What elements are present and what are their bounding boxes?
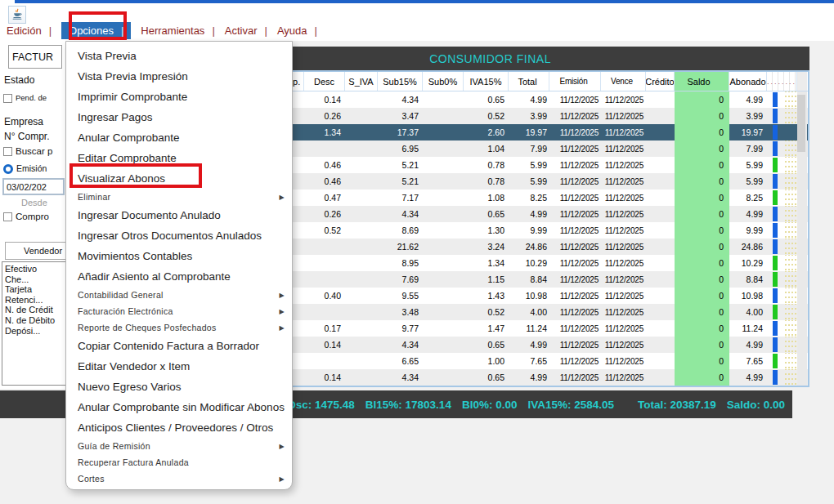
document-type-combo[interactable]: FACTUR (8, 45, 62, 69)
vendedor-label: Vendedor (24, 246, 62, 256)
cell-sub15: 7.69 (378, 271, 423, 288)
emision-label: Emisión (16, 163, 47, 173)
payment-indicator-bar (773, 337, 778, 352)
payment-method-deposi[interactable]: Depósi... (5, 326, 73, 337)
column-header-iva15[interactable]: IVA15% (464, 72, 509, 91)
cell-scroll-track (797, 190, 807, 206)
date-from-field[interactable]: 03/02/202 (2, 178, 65, 195)
compro-checkbox-row[interactable]: Compro (3, 212, 49, 221)
menu-item-anular-comprobante[interactable]: Anular Comprobante (66, 127, 292, 148)
cell-indicator (767, 190, 783, 206)
menu-item-anular-comprobante-sin-modificar-abonos[interactable]: Anular Comprobante sin Modificar Abonos (66, 397, 292, 417)
menu-item-facturacion-electronica[interactable]: Facturación Electrónica▶ (66, 303, 292, 319)
cell-credito (646, 369, 675, 386)
column-header-desc[interactable]: Desc (304, 72, 345, 91)
cell-s-iva (345, 140, 378, 157)
cell-desc: 0.52 (304, 222, 345, 239)
cell-indicator (767, 239, 783, 255)
pend-checkbox-row[interactable]: Pend. de (3, 93, 47, 103)
menu-item-ingresar-documento-anulado[interactable]: Ingresar Documento Anulado (66, 205, 292, 225)
buscar-checkbox-row[interactable]: Buscar p (3, 146, 52, 156)
column-header-vence[interactable]: Vence (601, 72, 646, 91)
status-total: Total: 20387.19 (638, 399, 716, 411)
column-header-emision[interactable]: Emisión (549, 72, 601, 91)
cell-dots (783, 173, 797, 190)
cell-sub0 (423, 304, 464, 320)
cell-s-iva (345, 91, 378, 108)
menu-item-ingresar-otros-documentos-anulados[interactable]: Ingresar Otros Documentos Anulados (66, 225, 292, 246)
cell-emision: 11/12/2025 (549, 255, 601, 271)
cell-saldo: 0 (675, 140, 729, 157)
column-header-s-iva[interactable]: S_IVA (345, 72, 378, 91)
payment-method-n-de-credit[interactable]: N. de Crédit (5, 305, 73, 315)
cell-indicator (767, 369, 783, 386)
payment-indicator-bar (773, 272, 778, 287)
cell-credito (646, 222, 675, 239)
menubar-item-activar[interactable]: Activar| (225, 25, 267, 37)
cell-iva15: 3.24 (464, 239, 509, 255)
column-header-[interactable]: ........ (767, 72, 797, 91)
cell-abonado: 3.99 (729, 108, 767, 124)
menu-item-anadir-asiento-al-comprobante[interactable]: Añadir Asiento al Comprobante (66, 266, 292, 287)
cell-indicator (767, 271, 783, 288)
menu-item-editar-vendedor-x-item[interactable]: Editar Vendedor x Item (66, 356, 292, 377)
menu-item-movimientos-contables[interactable]: Movimientos Contables (66, 246, 292, 266)
cell-sub0 (423, 222, 464, 239)
cell-dots (783, 337, 797, 353)
column-header-sub0[interactable]: Sub0% (423, 72, 464, 91)
cell-sub15: 8.95 (378, 255, 423, 271)
menu-item-vista-previa[interactable]: Vista Previa (66, 46, 292, 66)
column-header-abonado[interactable]: Abonado (729, 72, 767, 91)
cell-sub15: 9.55 (378, 288, 423, 304)
buscar-checkbox[interactable] (3, 147, 12, 156)
payment-method-che[interactable]: Che... (5, 274, 73, 285)
menu-item-vista-previa-impresion[interactable]: Vista Previa Impresión (66, 66, 292, 87)
menu-item-copiar-contenido-factura-a-borrador[interactable]: Copiar Contenido Factura a Borrador (66, 336, 292, 356)
vendedor-combo[interactable]: Vendedor (5, 242, 74, 260)
emision-radio[interactable] (3, 164, 13, 174)
column-header-sub15[interactable]: Sub15% (378, 72, 423, 91)
column-header-credito[interactable]: Crédito (646, 72, 675, 91)
payment-method-n-de-debito[interactable]: N. de Débito (5, 315, 73, 326)
menubar-item-label: Ayuda (277, 25, 307, 37)
desde-label: Desde (21, 198, 47, 207)
menu-item-eliminar[interactable]: Eliminar▶ (66, 189, 292, 205)
menu-item-nuevo-egreso-varios[interactable]: Nuevo Egreso Varios (66, 377, 292, 397)
menu-item-ingresar-pagos[interactable]: Ingresar Pagos (66, 107, 292, 127)
cell-abonado: 4.00 (729, 304, 767, 320)
payment-indicator-bar (773, 321, 778, 336)
cell-abonado: 4.99 (729, 369, 767, 386)
pend-checkbox[interactable] (3, 94, 12, 103)
payment-method-efectivo[interactable]: Efectivo (5, 264, 73, 274)
emision-radio-row[interactable]: Emisión (3, 163, 47, 174)
menubar-item-ayuda[interactable]: Ayuda| (277, 25, 317, 37)
vertical-scrollbar-thumb[interactable] (797, 95, 805, 152)
menubar-item-edicion[interactable]: Edición| (7, 25, 52, 37)
cell-saldo: 0 (675, 271, 729, 288)
cell-s-iva (345, 337, 378, 353)
menu-item-anticipos-clientes-proveedores-otros[interactable]: Anticipos Clientes / Proveedores / Otros (66, 417, 292, 438)
cell-dots (783, 190, 797, 206)
cell-desc (304, 239, 345, 255)
cell-dots (783, 91, 797, 108)
menu-item-label: Guía de Remisión (78, 441, 150, 451)
cell-s-iva (345, 157, 378, 173)
menu-item-reporte-de-cheques-posfechados[interactable]: Reporte de Cheques Posfechados▶ (66, 319, 292, 336)
compro-checkbox[interactable] (3, 212, 12, 221)
cell-vence: 11/12/2025 (601, 173, 646, 190)
cell-s-iva (345, 353, 378, 369)
menu-item-guia-de-remision[interactable]: Guía de Remisión▶ (66, 438, 292, 454)
menubar-item-herramientas[interactable]: Herramientas| (141, 25, 214, 37)
menu-item-contabilidad-general[interactable]: Contabilidad General▶ (66, 287, 292, 303)
payment-method-tarjeta[interactable]: Tarjeta (5, 284, 73, 295)
column-header-saldo[interactable]: Saldo (675, 72, 729, 91)
column-header-total[interactable]: Total (509, 72, 549, 91)
menu-item-imprimir-comprobante[interactable]: Imprimir Comprobante (66, 87, 292, 107)
payment-methods-list[interactable]: EfectivoChe...TarjetaRetenci...N. de Cré… (2, 261, 74, 386)
status-iva15: IVA15%: 2584.05 (527, 399, 614, 411)
cell-saldo: 0 (675, 337, 729, 353)
menu-item-recuperar-factura-anulada[interactable]: Recuperar Factura Anulada (66, 454, 292, 471)
payment-method-retenci[interactable]: Retenci... (5, 295, 73, 306)
cell-credito (646, 255, 675, 271)
menu-item-cortes[interactable]: Cortes▶ (66, 471, 292, 487)
